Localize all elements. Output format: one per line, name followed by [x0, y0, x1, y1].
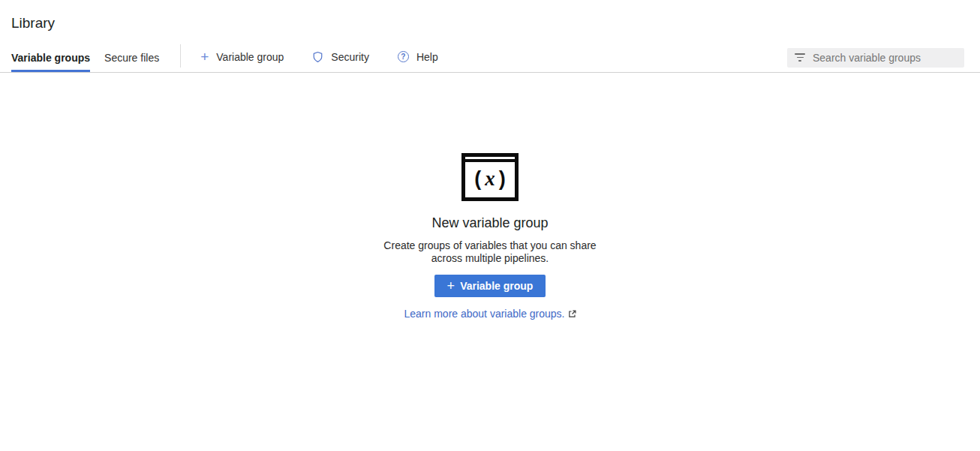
- security-button[interactable]: Security: [312, 51, 369, 65]
- tab-secure-files-label: Secure files: [104, 52, 159, 64]
- help-icon: ?: [398, 51, 409, 62]
- learn-more-link[interactable]: Learn more about variable groups.: [404, 308, 576, 320]
- security-label: Security: [331, 51, 369, 63]
- page-title: Library: [11, 14, 980, 32]
- tab-variable-groups[interactable]: Variable groups: [11, 43, 90, 72]
- header-divider: [0, 72, 980, 73]
- toolbar-divider: [180, 44, 181, 68]
- empty-state-description: Create groups of variables that you can …: [383, 239, 596, 265]
- external-link-icon: [568, 310, 576, 318]
- tab-secure-files[interactable]: Secure files: [104, 43, 159, 72]
- empty-state: (x) New variable group Create groups of …: [0, 153, 980, 320]
- learn-more-label: Learn more about variable groups.: [404, 308, 564, 320]
- variable-group-icon-glyph: (x): [465, 162, 515, 197]
- plus-icon: +: [200, 51, 209, 63]
- shield-icon: [312, 51, 323, 63]
- search-input[interactable]: [813, 52, 958, 64]
- help-label: Help: [416, 51, 438, 63]
- description-line-2: across multiple pipelines.: [383, 252, 596, 265]
- tab-variable-groups-label: Variable groups: [11, 52, 90, 64]
- add-variable-group-label: Variable group: [216, 51, 284, 63]
- filter-icon: [795, 53, 805, 62]
- tab-toolbar-row: Variable groups Secure files + Variable …: [0, 43, 980, 72]
- help-button[interactable]: ? Help: [398, 51, 438, 65]
- variable-group-icon: (x): [461, 153, 519, 201]
- page-header: Library: [0, 0, 980, 32]
- plus-icon: +: [447, 279, 455, 293]
- variable-group-icon-titlebar: [465, 157, 515, 162]
- description-line-1: Create groups of variables that you can …: [383, 239, 596, 252]
- variable-group-cta-label: Variable group: [460, 280, 533, 292]
- empty-state-title: New variable group: [431, 215, 548, 231]
- add-variable-group-button[interactable]: + Variable group: [200, 51, 284, 65]
- variable-group-cta-button[interactable]: + Variable group: [434, 275, 546, 297]
- toolbar: + Variable group Security ? Help: [200, 43, 467, 72]
- search-box[interactable]: [787, 48, 964, 68]
